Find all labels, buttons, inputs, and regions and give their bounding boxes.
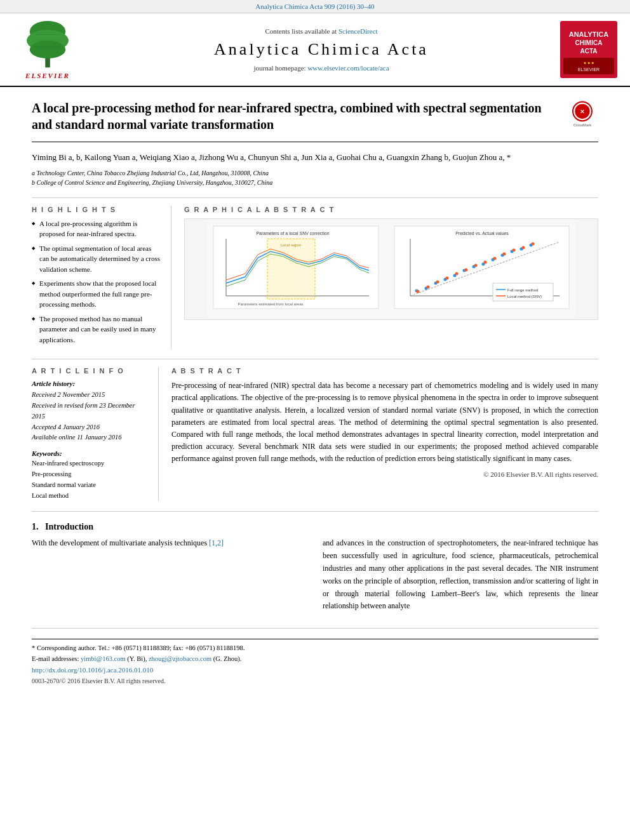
article-info-column: A R T I C L E I N F O Article history: R…: [32, 367, 159, 501]
email-link-1[interactable]: yimbi@163.com: [81, 655, 126, 662]
keywords-list: Near-infrared spectroscopy Pre-processin…: [32, 458, 149, 501]
abstract-heading: A B S T R A C T: [171, 367, 598, 375]
issn-line: 0003-2670/© 2016 Elsevier B.V. All right…: [32, 676, 598, 686]
svg-text:CrossMark: CrossMark: [573, 123, 591, 127]
svg-text:Local region: Local region: [281, 243, 302, 247]
svg-text:ELSEVIER: ELSEVIER: [578, 67, 600, 72]
article-info-heading: A R T I C L E I N F O: [32, 367, 149, 375]
crossmark-badge[interactable]: ✕ CrossMark: [566, 100, 598, 131]
article-info-abstract-section: A R T I C L E I N F O Article history: R…: [32, 359, 598, 501]
journal-homepage-link[interactable]: www.elsevier.com/locate/aca: [307, 64, 389, 72]
graphical-abstract-column: G R A P H I C A L A B S T R A C T Parame…: [184, 206, 598, 349]
doi-line: http://dx.doi.org/10.1016/j.aca.2016.01.…: [32, 665, 598, 676]
intro-left-paragraph: With the development of multivariate ana…: [32, 537, 307, 550]
svg-point-49: [474, 264, 478, 267]
affiliation-a: a Technology Center, China Tobacco Zheji…: [32, 168, 598, 178]
available-online-date: Available online 11 January 2016: [32, 432, 149, 443]
highlights-graphical-section: H I G H L I G H T S A local pre-processi…: [32, 197, 598, 349]
email2-name: (G. Zhou).: [213, 655, 242, 662]
ref-link-1-2[interactable]: [1,2]: [209, 538, 224, 547]
svg-text:CHIMICA: CHIMICA: [575, 39, 603, 46]
science-direct-link[interactable]: ScienceDirect: [338, 27, 378, 35]
aca-logo-icon: ANALYTICA CHIMICA ACTA ● ● ● ELSEVIER: [560, 21, 617, 78]
abstract-text: Pre-processing of near-infrared (NIR) sp…: [171, 380, 598, 465]
highlight-item-3: Experiments show that the proposed local…: [32, 278, 162, 310]
journal-citation-bar: Analytica Chimica Acta 909 (2016) 30–40: [0, 0, 630, 13]
footnote-section: * Corresponding author. Tel.: +86 (0571)…: [32, 639, 598, 686]
intro-right-col: and advances in the construction of spec…: [323, 537, 598, 618]
authors-line: Yiming Bi a, b, Kailong Yuan a, Weiqiang…: [32, 151, 598, 164]
svg-text:Full range method: Full range method: [507, 288, 538, 292]
journal-header: ELSEVIER Contents lists available at Sci…: [0, 13, 630, 87]
svg-point-50: [484, 261, 487, 264]
svg-point-46: [446, 277, 449, 280]
received-revised-date: Received in revised form 23 December 201…: [32, 401, 149, 422]
svg-point-3: [30, 41, 65, 58]
paper-title-section: A local pre-processing method for near-i…: [32, 100, 598, 142]
svg-text:Parameters estimated from loca: Parameters estimated from local areas: [238, 302, 303, 306]
email-addresses-line: E-mail addresses: yimbi@163.com (Y. Bi),…: [32, 654, 598, 665]
section-divider-footnotes: [32, 628, 598, 629]
abstract-column: A B S T R A C T Pre-processing of near-i…: [171, 367, 598, 501]
doi-link[interactable]: http://dx.doi.org/10.1016/j.aca.2016.01.…: [32, 666, 153, 674]
svg-point-45: [436, 281, 439, 284]
svg-text:Predicted vs. Actual values: Predicted vs. Actual values: [455, 231, 509, 236]
highlights-column: H I G H L I G H T S A local pre-processi…: [32, 206, 171, 349]
journal-title: Analytica Chimica Acta: [89, 40, 554, 59]
svg-point-47: [455, 272, 459, 276]
article-history-label: Article history:: [32, 380, 149, 387]
journal-homepage-info: journal homepage: www.elsevier.com/locat…: [89, 64, 554, 72]
accepted-date: Accepted 4 January 2016: [32, 422, 149, 433]
intro-left-col: With the development of multivariate ana…: [32, 537, 307, 618]
keyword-4: Local method: [32, 491, 149, 502]
keyword-3: Standard normal variate: [32, 480, 149, 491]
highlight-item-2: The optimal segmentation of local areas …: [32, 243, 162, 275]
svg-text:Local method (SNV): Local method (SNV): [507, 295, 542, 298]
svg-text:● ● ●: ● ● ●: [584, 60, 594, 65]
svg-text:✕: ✕: [580, 109, 585, 115]
authors-text: Yiming Bi a, b, Kailong Yuan a, Weiqiang…: [32, 152, 511, 162]
intro-section-title: 1. Introduction: [32, 522, 598, 532]
science-direct-info: Contents lists available at ScienceDirec…: [89, 27, 554, 35]
highlights-heading: H I G H L I G H T S: [32, 206, 162, 213]
graphical-abstract-svg: Parameters of a local SNV correction Loc…: [185, 220, 598, 318]
svg-point-55: [532, 243, 535, 246]
svg-point-44: [427, 286, 430, 289]
intro-right-paragraph: and advances in the construction of spec…: [323, 537, 598, 613]
paper-title: A local pre-processing method for near-i…: [32, 100, 553, 133]
svg-point-43: [417, 290, 420, 293]
svg-point-51: [493, 257, 497, 260]
svg-point-48: [465, 269, 468, 272]
svg-point-53: [513, 249, 516, 252]
aca-journal-logo: ANALYTICA CHIMICA ACTA ● ● ● ELSEVIER: [560, 21, 617, 78]
keywords-label: Keywords:: [32, 450, 149, 457]
svg-rect-23: [267, 239, 315, 299]
elsevier-tree-icon: [16, 20, 79, 70]
introduction-section: 1. Introduction With the development of …: [32, 522, 598, 618]
elsevier-logo-left: ELSEVIER: [13, 20, 83, 79]
crossmark-icon: ✕ CrossMark: [566, 100, 598, 131]
section-divider-1: [32, 511, 598, 512]
highlight-item-4: The proposed method has no manual parame…: [32, 314, 162, 345]
corresponding-author-note: * Corresponding author. Tel.: +86 (0571)…: [32, 643, 598, 654]
keyword-1: Near-infrared spectroscopy: [32, 458, 149, 469]
article-dates: Received 2 November 2015 Received in rev…: [32, 390, 149, 443]
graphical-abstract-heading: G R A P H I C A L A B S T R A C T: [184, 206, 598, 213]
highlight-item-1: A local pre-processing algorithm is prop…: [32, 218, 162, 239]
email-link-2[interactable]: zhougj@zjtobacco.com: [149, 655, 211, 662]
svg-point-54: [522, 246, 525, 250]
svg-text:ANALYTICA: ANALYTICA: [569, 30, 609, 38]
svg-point-52: [503, 253, 506, 256]
copyright-line: © 2016 Elsevier B.V. All rights reserved…: [171, 470, 598, 478]
svg-text:ACTA: ACTA: [580, 48, 597, 55]
received-date: Received 2 November 2015: [32, 390, 149, 401]
keyword-2: Pre-processing: [32, 469, 149, 480]
elsevier-brand-label: ELSEVIER: [25, 72, 70, 79]
paper-container: A local pre-processing method for near-i…: [0, 87, 630, 699]
email1-name: (Y. Bi),: [127, 655, 147, 662]
affiliations: a Technology Center, China Tobacco Zheji…: [32, 168, 598, 187]
svg-text:Parameters of a local SNV corr: Parameters of a local SNV correction: [256, 231, 329, 236]
journal-center-info: Contents lists available at ScienceDirec…: [89, 27, 554, 72]
highlights-list: A local pre-processing algorithm is prop…: [32, 218, 162, 345]
graphical-abstract-image: Parameters of a local SNV correction Loc…: [184, 218, 598, 320]
